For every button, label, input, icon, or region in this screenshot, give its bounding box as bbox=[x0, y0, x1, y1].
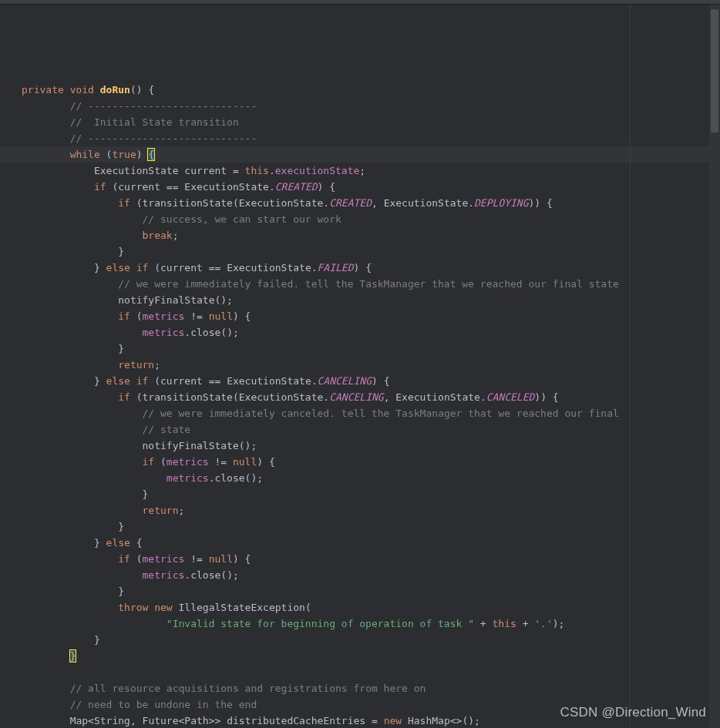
code-line[interactable]: private void doRun() { bbox=[22, 82, 709, 98]
code-line[interactable]: return; bbox=[22, 502, 709, 518]
code-line[interactable]: if (transitionState(ExecutionState.CREAT… bbox=[22, 195, 709, 211]
code-line[interactable]: } bbox=[22, 486, 709, 502]
editor-area: private void doRun() { // --------------… bbox=[0, 5, 720, 728]
code-line[interactable]: } bbox=[22, 632, 709, 648]
code-line[interactable] bbox=[22, 664, 709, 680]
code-line[interactable]: break; bbox=[22, 227, 709, 243]
code-line[interactable]: } bbox=[22, 518, 709, 535]
code-line[interactable]: } bbox=[22, 243, 709, 260]
code-line[interactable]: // Initial State transition bbox=[22, 114, 709, 130]
gutter bbox=[0, 5, 9, 728]
code-line[interactable]: } bbox=[22, 583, 709, 599]
code-line[interactable]: // state bbox=[22, 421, 709, 438]
code-line[interactable]: if (metrics != null) { bbox=[22, 454, 709, 470]
code-line[interactable]: if (transitionState(ExecutionState.CANCE… bbox=[22, 389, 709, 405]
code-line[interactable]: } bbox=[22, 648, 709, 664]
code-line[interactable]: return; bbox=[22, 357, 709, 373]
code-line[interactable]: throw new IllegalStateException( bbox=[22, 599, 709, 616]
code-line[interactable]: } else if (current == ExecutionState.CAN… bbox=[22, 373, 709, 389]
watermark-text: CSDN @Direction_Wind bbox=[560, 704, 706, 720]
scroll-thumb[interactable] bbox=[711, 9, 718, 133]
code-line[interactable] bbox=[22, 65, 709, 82]
right-margin-guide bbox=[630, 5, 631, 728]
code-line[interactable]: } else { bbox=[22, 535, 709, 551]
code-line[interactable]: metrics.close(); bbox=[22, 567, 709, 583]
code-line[interactable]: // ---------------------------- bbox=[22, 130, 709, 146]
code-line[interactable]: "Invalid state for beginning of operatio… bbox=[22, 616, 709, 632]
code-line[interactable]: if (metrics != null) { bbox=[22, 308, 709, 324]
code-line[interactable]: if (metrics != null) { bbox=[22, 551, 709, 567]
code-line[interactable]: ExecutionState current = this.executionS… bbox=[22, 163, 709, 179]
code-line[interactable]: notifyFinalState(); bbox=[22, 292, 709, 308]
code-viewport[interactable]: private void doRun() { // --------------… bbox=[9, 5, 709, 728]
code-line[interactable]: notifyFinalState(); bbox=[22, 438, 709, 454]
code-line[interactable]: metrics.close(); bbox=[22, 324, 709, 341]
code-line[interactable]: } else if (current == ExecutionState.FAI… bbox=[22, 260, 709, 276]
code-line[interactable]: // we were immediately failed. tell the … bbox=[22, 276, 709, 292]
code-line[interactable]: // all resource acquisitions and registr… bbox=[22, 680, 709, 696]
code-line[interactable]: // we were immediately canceled. tell th… bbox=[22, 405, 709, 421]
vertical-scrollbar[interactable] bbox=[709, 5, 720, 728]
code-line[interactable]: metrics.close(); bbox=[22, 470, 709, 486]
code-line[interactable]: } bbox=[22, 341, 709, 357]
code-line[interactable]: // success, we can start our work bbox=[22, 211, 709, 227]
code-line[interactable]: while (true) { bbox=[0, 146, 709, 163]
code-line[interactable]: // ---------------------------- bbox=[22, 98, 709, 114]
code-line[interactable]: if (current == ExecutionState.CREATED) { bbox=[22, 179, 709, 195]
